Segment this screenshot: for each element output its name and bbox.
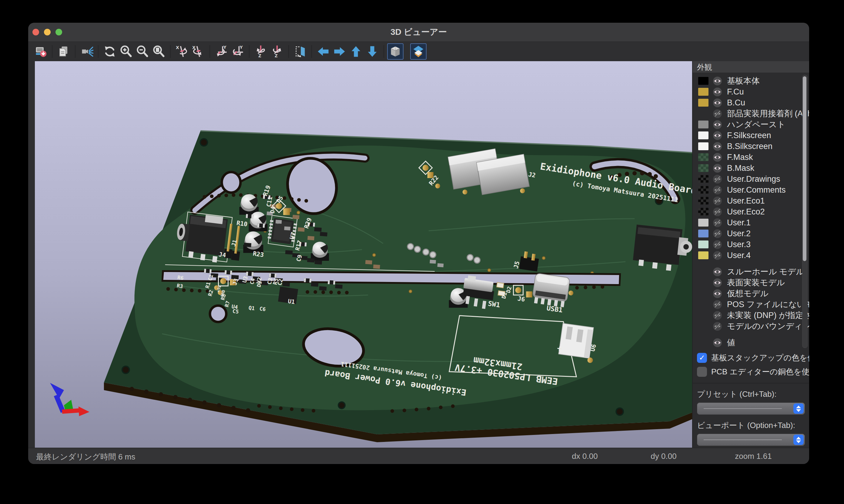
rotate-x-cw-button[interactable]: X <box>174 43 190 60</box>
pan-right-button[interactable] <box>331 43 348 60</box>
3d-viewport[interactable]: Exidiophone v6.0 Audio Board(c) Tomoya M… <box>35 61 692 448</box>
layer-label: B.Silkscreen <box>727 142 773 151</box>
layer-row[interactable]: モデルのバウンディングボ <box>693 321 809 332</box>
eye-hidden-icon[interactable] <box>713 311 722 320</box>
appearance-panel-toggle[interactable] <box>410 43 427 60</box>
layer-row[interactable]: 未実装 (DNP) が指定され <box>693 310 809 321</box>
pan-down-button[interactable] <box>364 43 380 60</box>
layer-row[interactable]: User.2 <box>693 228 809 239</box>
eye-visible-icon[interactable] <box>713 289 722 298</box>
orthographic-projection-toggle[interactable] <box>387 43 403 60</box>
dropdown-stepper-icon[interactable] <box>793 435 804 445</box>
eye-hidden-icon[interactable] <box>713 196 722 206</box>
viewport-label: ビューポート (Option+Tab): <box>693 416 809 433</box>
layer-row[interactable]: ハンダペースト <box>693 119 809 130</box>
layer-row[interactable]: 部品実装用接着剤 (Adhes <box>693 108 809 119</box>
eye-hidden-icon[interactable] <box>713 322 722 331</box>
layer-row[interactable]: User.Comments <box>693 184 809 195</box>
svg-text:Z: Z <box>258 53 261 58</box>
scrollbar-track[interactable] <box>802 75 808 348</box>
layer-color-swatch <box>698 88 708 96</box>
export-board-image-button[interactable] <box>32 43 49 60</box>
eye-visible-icon[interactable] <box>713 338 722 347</box>
layer-row[interactable]: 値 <box>693 337 809 348</box>
layer-row[interactable]: スルーホール モデル <box>693 266 809 277</box>
dropdown-stepper-icon[interactable] <box>793 403 804 414</box>
layer-row[interactable]: F.Cu <box>693 86 809 97</box>
eye-visible-icon[interactable] <box>713 98 722 108</box>
reload-view-button[interactable] <box>102 43 118 60</box>
rotate-y-ccw-button[interactable]: Y <box>229 43 246 60</box>
layer-label: F.Cu <box>727 87 744 96</box>
layer-row[interactable]: User.4 <box>693 250 809 261</box>
silkscreen-text: D4 <box>269 206 277 214</box>
layer-label: 表面実装モデル <box>727 277 785 288</box>
layer-list-gap <box>693 332 809 337</box>
layer-row[interactable]: User.Drawings <box>693 174 809 184</box>
layer-label: B.Cu <box>727 98 745 108</box>
eye-hidden-icon[interactable] <box>713 300 722 309</box>
eye-visible-icon[interactable] <box>713 131 722 140</box>
layer-color-swatch <box>698 131 708 139</box>
eye-hidden-icon[interactable] <box>713 218 722 228</box>
use-pcb-editor-copper-label: PCB エディターの銅色を使用 <box>711 366 809 377</box>
use-pcb-editor-copper-row[interactable]: PCB エディターの銅色を使用 <box>693 365 809 379</box>
eye-visible-icon[interactable] <box>713 142 722 151</box>
rotate-x-ccw-button[interactable]: X <box>190 43 206 60</box>
layer-row[interactable]: B.Cu <box>693 97 809 108</box>
pan-left-button[interactable] <box>315 43 331 60</box>
copy-image-button[interactable] <box>55 43 72 60</box>
layer-row[interactable]: User.Eco1 <box>693 195 809 206</box>
zoom-out-button[interactable] <box>134 43 151 60</box>
rotate-y-cw-button[interactable]: Y <box>213 43 229 60</box>
layer-row[interactable]: 仮想モデル <box>693 288 809 299</box>
eye-visible-icon[interactable] <box>713 152 722 162</box>
layer-row[interactable]: User.3 <box>693 239 809 250</box>
use-stackup-colors-label: 基板スタックアップの色を使用 <box>711 353 809 363</box>
eye-visible-icon[interactable] <box>713 164 722 173</box>
eye-hidden-icon[interactable] <box>713 207 722 217</box>
layer-row[interactable]: B.Silkscreen <box>693 141 809 152</box>
eye-hidden-icon[interactable] <box>713 240 722 249</box>
viewport-dropdown[interactable] <box>697 434 805 446</box>
layer-row[interactable]: 基板本体 <box>693 75 809 86</box>
eye-hidden-icon[interactable] <box>713 251 722 260</box>
checkbox-unchecked-icon[interactable] <box>697 367 707 377</box>
layer-row[interactable]: B.Mask <box>693 163 809 174</box>
dropdown-empty-line <box>704 408 782 409</box>
render-raytracing-button[interactable] <box>79 43 95 60</box>
eye-hidden-icon[interactable] <box>713 175 722 184</box>
dx-status: dx 0.00 <box>572 452 598 461</box>
eye-visible-icon[interactable] <box>713 87 722 96</box>
layer-row[interactable]: 表面実装モデル <box>693 277 809 288</box>
layer-row[interactable]: F.Silkscreen <box>693 130 809 141</box>
eye-hidden-icon[interactable] <box>713 185 722 195</box>
use-stackup-colors-row[interactable]: ✓ 基板スタックアップの色を使用 <box>693 351 809 365</box>
eye-visible-icon[interactable] <box>713 267 722 276</box>
zoom-in-button[interactable] <box>118 43 134 60</box>
eye-visible-icon[interactable] <box>713 76 722 86</box>
layer-row[interactable]: F.Mask <box>693 152 809 163</box>
rotate-z-ccw-button[interactable]: Z <box>269 43 285 60</box>
rotate-z-ccw-icon: Z <box>271 45 284 58</box>
silkscreen-text: J4 <box>218 251 226 259</box>
zoom-out-icon <box>136 45 149 58</box>
layer-color-swatch <box>698 153 708 161</box>
zoom-fit-button[interactable] <box>151 43 167 60</box>
connector-j2 <box>448 149 529 195</box>
svg-text:X: X <box>176 45 179 50</box>
rotate-z-cw-button[interactable]: Z <box>253 43 269 60</box>
eye-visible-icon[interactable] <box>713 120 722 129</box>
pan-up-button[interactable] <box>348 43 364 60</box>
layer-row[interactable]: POS ファイルにないモデ <box>693 299 809 310</box>
layer-row[interactable]: User.Eco2 <box>693 206 809 217</box>
preset-dropdown[interactable] <box>697 402 805 415</box>
eye-hidden-icon[interactable] <box>713 109 722 119</box>
scrollbar-thumb[interactable] <box>803 76 806 261</box>
layer-row[interactable]: User.1 <box>693 217 809 228</box>
eye-hidden-icon[interactable] <box>713 229 722 238</box>
checkbox-checked-icon[interactable]: ✓ <box>697 353 707 363</box>
silkscreen-text: R3 <box>176 283 184 290</box>
flip-board-button[interactable] <box>292 43 308 60</box>
eye-visible-icon[interactable] <box>713 278 722 287</box>
